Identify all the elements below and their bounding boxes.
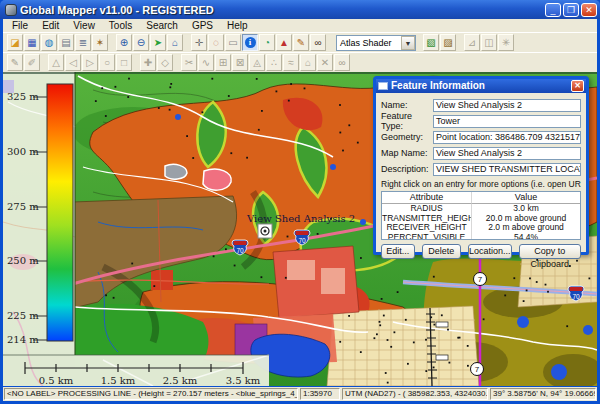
digitizer-tool-10-icon[interactable]: ✂ <box>181 54 197 71</box>
attribute-row[interactable]: PERCENT_VISIBLE54.4% <box>382 233 580 241</box>
field-row: Description:VIEW SHED TRANSMITTER LOCATI… <box>381 161 581 177</box>
zoom-home-icon[interactable]: ⌂ <box>167 34 183 51</box>
field-value-box[interactable]: Tower <box>433 115 581 128</box>
digitizer-tool-4-icon[interactable]: ◁ <box>65 54 81 71</box>
path-profile-line-icon: ⊿ <box>464 34 480 51</box>
zoom-tool-icon[interactable]: ◌ <box>208 34 224 51</box>
metadata-icon[interactable]: ▤ <box>58 34 74 51</box>
search-tool-icon[interactable]: ∞ <box>310 34 326 51</box>
minimize-button[interactable]: _ <box>545 3 561 17</box>
menu-edit[interactable]: Edit <box>35 19 66 32</box>
download-online-imagery-icon[interactable]: ◍ <box>41 34 57 51</box>
route-marker-7-a: 7 <box>474 273 487 286</box>
shader-dropdown[interactable]: Atlas Shader ▼ <box>336 35 416 51</box>
digitizer-tool-13-icon[interactable]: ⊠ <box>232 54 248 71</box>
edit-button[interactable]: Edit... <box>381 244 415 259</box>
lidar-tool-icon: ✳ <box>498 34 514 51</box>
status-segment-3: 39° 3.58756' N, 94° 19.06669' W <box>490 388 596 400</box>
shader-option-a-icon[interactable]: ▧ <box>423 34 439 51</box>
attribute-row[interactable]: RECEIVER_HEIGHT2.0 m above ground <box>382 223 580 233</box>
zoom-in-icon[interactable]: ⊕ <box>116 34 132 51</box>
area-tool-icon[interactable]: ◔ <box>259 34 275 51</box>
legend-label: 225 m <box>7 310 39 321</box>
legend-label: 214 m <box>7 334 39 345</box>
status-segment-0: <NO LABEL> PROCESSING LINE - (Height = 2… <box>4 388 298 400</box>
3d-view-icon: ◫ <box>481 34 497 51</box>
feature-info-tool-icon[interactable]: i <box>242 34 258 51</box>
status-segment-2: UTM (NAD27) - ( 385982.353, 4324030.070 … <box>342 388 488 400</box>
digitizer-tool-9-icon[interactable]: ◇ <box>157 54 173 71</box>
field-row: Geometry:Point location: 386486.709 4321… <box>381 129 581 145</box>
delete-button[interactable]: Delete <box>422 244 461 259</box>
chevron-down-icon[interactable]: ▼ <box>401 36 415 50</box>
menu-search[interactable]: Search <box>139 19 185 32</box>
transmitter-marker[interactable] <box>258 224 272 238</box>
menu-help[interactable]: Help <box>220 19 255 32</box>
maximize-button[interactable]: ❐ <box>563 3 579 17</box>
location-button[interactable]: Location... <box>468 244 512 259</box>
scale-label: 0.5 km <box>39 375 74 386</box>
digitizer-tool-17-icon[interactable]: ⌂ <box>300 54 316 71</box>
field-label: Description: <box>381 164 433 174</box>
svg-text:70: 70 <box>572 293 580 300</box>
digitizer-tool-11-icon[interactable]: ∿ <box>198 54 214 71</box>
menu-gps[interactable]: GPS <box>185 19 220 32</box>
measure-tool-icon[interactable]: ▭ <box>225 34 241 51</box>
pan-tool-icon[interactable]: ✛ <box>191 34 207 51</box>
field-value-box[interactable]: View Shed Analysis 2 <box>433 99 581 112</box>
digitizer-tool-2-icon[interactable]: ✐ <box>24 54 40 71</box>
attribute-row[interactable]: RADIUS3.0 km <box>382 204 580 214</box>
digitizer-tool-8-icon[interactable]: ✚ <box>140 54 156 71</box>
field-label: Name: <box>381 100 433 110</box>
status-segment-1: 1:35970 <box>300 388 340 400</box>
digitizer-tool-12-icon[interactable]: ⊞ <box>215 54 231 71</box>
title-bar[interactable]: Global Mapper v11.00 - REGISTERED _ ❐ ✕ <box>0 0 600 19</box>
attribute-row[interactable]: TRANSMITTER_HEIGHT20.0 m above ground <box>382 214 580 224</box>
field-value-box[interactable]: VIEW SHED TRANSMITTER LOCATION <box>433 163 581 176</box>
digitizer-tool-14-icon[interactable]: ◬ <box>249 54 265 71</box>
attribute-table-header: AttributeValue <box>382 192 580 204</box>
dialog-close-icon[interactable]: ✕ <box>571 80 584 92</box>
toolbar-digitizer: ✎✐△◁▷○□✚◇✂∿⊞⊠◬∴≈⌂✕∞ <box>3 52 597 72</box>
view-shed-tool-icon[interactable]: ▲ <box>276 34 292 51</box>
full-view-icon[interactable]: ➤ <box>150 34 166 51</box>
shader-dropdown-value: Atlas Shader <box>337 38 401 48</box>
shader-option-b-icon[interactable]: ▨ <box>440 34 456 51</box>
field-label: Geometry: <box>381 132 433 142</box>
svg-text:70: 70 <box>236 247 244 254</box>
field-label: Map Name: <box>381 148 433 158</box>
feature-label: View Shed Analysis 2 <box>246 213 355 224</box>
attribute-table[interactable]: AttributeValueRADIUS3.0 kmTRANSMITTER_HE… <box>381 191 581 240</box>
zoom-out-icon[interactable]: ⊖ <box>133 34 149 51</box>
copy-to-clipboard-button[interactable]: Copy to Clipboard <box>519 244 581 259</box>
menu-file[interactable]: File <box>5 19 35 32</box>
close-button[interactable]: ✕ <box>581 3 597 17</box>
overlay-control-center-icon[interactable]: ≣ <box>75 34 91 51</box>
save-workspace-icon[interactable]: ▦ <box>24 34 40 51</box>
digitizer-tool-3-icon[interactable]: △ <box>48 54 64 71</box>
menu-view[interactable]: View <box>66 19 102 32</box>
menu-tools[interactable]: Tools <box>102 19 139 32</box>
landmark-gray <box>165 164 187 179</box>
digitizer-tool-1-icon[interactable]: ✎ <box>7 54 23 71</box>
digitizer-tool-15-icon[interactable]: ∴ <box>266 54 282 71</box>
route-marker-7-b: 7 <box>471 363 484 376</box>
dialog-title: Feature Information <box>391 79 571 93</box>
field-value-box[interactable]: View Shed Analysis 2 <box>433 147 581 160</box>
dialog-title-bar[interactable]: Feature Information ✕ <box>376 79 586 93</box>
digitizer-tool-6-icon[interactable]: ○ <box>99 54 115 71</box>
path-profile-tool-icon[interactable]: ✎ <box>293 34 309 51</box>
legend-label: 250 m <box>7 255 39 266</box>
digitizer-tool-7-icon[interactable]: □ <box>116 54 132 71</box>
digitizer-tool-5-icon[interactable]: ▷ <box>82 54 98 71</box>
field-value-box[interactable]: Point location: 386486.709 4321517.806 (… <box>433 131 581 144</box>
field-row: Feature Type:Tower <box>381 113 581 129</box>
digitizer-tool-19-icon[interactable]: ∞ <box>334 54 350 71</box>
digitizer-tool-16-icon[interactable]: ≈ <box>283 54 299 71</box>
scale-label: 2.5 km <box>163 375 198 386</box>
field-row: Map Name:View Shed Analysis 2 <box>381 145 581 161</box>
open-file-icon[interactable]: ◪ <box>7 34 23 51</box>
svg-text:70: 70 <box>298 237 306 244</box>
digitizer-tool-18-icon[interactable]: ✕ <box>317 54 333 71</box>
configuration-icon[interactable]: ✶ <box>92 34 108 51</box>
